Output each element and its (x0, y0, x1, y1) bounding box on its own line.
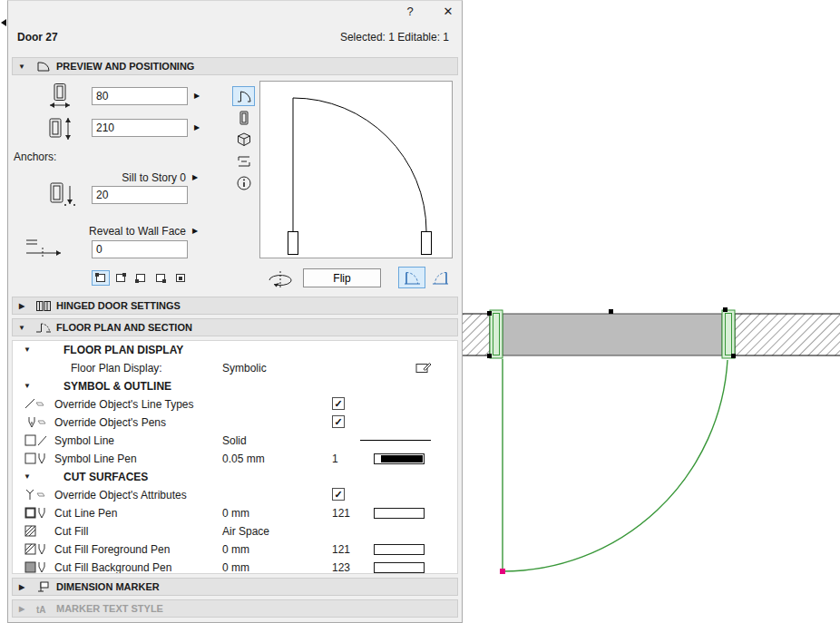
collapse-triangle-icon: ▶ (13, 302, 31, 310)
param-group-cut-surfaces[interactable]: ▼ CUT SURFACES (13, 468, 457, 486)
param-label: Symbol Line (54, 434, 114, 447)
checkbox-checked[interactable]: ✓ (332, 488, 345, 501)
door-swing-preview-drawing (260, 82, 452, 258)
param-row-cut-fill-background-pen: Cut Fill Background Pen 0 mm 123 (13, 559, 457, 574)
display-option-icon[interactable] (415, 361, 432, 374)
anchor-glyph (176, 274, 185, 282)
dimension-marker-icon (31, 580, 56, 593)
cut-fill-foreground-pen-icon (24, 542, 47, 556)
section-header-dimension-marker[interactable]: ▶ DIMENSION MARKER (12, 578, 458, 596)
param-row-override-attributes: Override Object's Attributes ✓ (13, 486, 457, 504)
line-type-icon (24, 397, 47, 411)
param-row-override-line-types: Override Object's Line Types ✓ (13, 395, 457, 414)
anchor-option-bottom-left-button[interactable] (132, 270, 150, 286)
param-label: Cut Line Pen (54, 507, 117, 520)
door-width-input[interactable] (92, 87, 188, 105)
section-header-preview-positioning[interactable]: ▼ PREVIEW AND POSITIONING (12, 57, 458, 75)
param-value[interactable]: 0 mm (222, 507, 249, 520)
preview-mode-section-button[interactable] (232, 151, 255, 171)
mirror-left-button[interactable] (398, 267, 425, 288)
pen-number: 121 (332, 507, 350, 520)
param-row-cut-fill-foreground-pen: Cut Fill Foreground Pen 0 mm 121 (13, 540, 457, 559)
param-label: Cut Fill (54, 525, 88, 538)
section-label-preview-positioning: PREVIEW AND POSITIONING (56, 61, 194, 72)
collapse-triangle-icon: ▶ (13, 605, 31, 613)
param-value[interactable]: 0.05 mm (222, 453, 265, 465)
preview-positioning-icon (31, 61, 56, 73)
param-label: Cut Fill Background Pen (54, 561, 171, 574)
close-button[interactable]: ✕ (438, 3, 458, 19)
door-height-icon (46, 115, 73, 142)
param-row-cut-fill: Cut Fill Air Space (13, 522, 457, 540)
pen-color-swatch[interactable] (374, 544, 425, 555)
collapse-triangle-icon: ▼ (13, 324, 31, 332)
sill-value-input[interactable] (92, 186, 188, 204)
anchor-glyph (96, 274, 105, 282)
help-button[interactable]: ? (400, 3, 420, 19)
door-leaf-and-swing-arc[interactable] (503, 359, 728, 571)
height-flyout-button[interactable]: ▶ (190, 121, 203, 133)
symbol-line-pen-icon (24, 452, 47, 465)
anchors-label: Anchors: (14, 151, 56, 163)
section-header-hinged-door-settings[interactable]: ▶ HINGED DOOR SETTINGS (12, 297, 458, 315)
preview-info-button[interactable] (232, 173, 255, 193)
floor-plan-view-icon (236, 88, 252, 104)
section-header-marker-text-style[interactable]: ▶ tA MARKER TEXT STYLE (12, 599, 458, 618)
floor-plan-drawing (463, 0, 840, 623)
param-value-dropdown[interactable]: Symbolic (222, 362, 267, 375)
elevation-view-icon (236, 110, 252, 126)
group-collapse-icon[interactable]: ▼ (24, 382, 31, 390)
hinged-door-icon (31, 300, 56, 312)
param-value-dropdown[interactable]: Solid (222, 434, 247, 447)
group-collapse-icon[interactable]: ▼ (24, 346, 31, 354)
wall-right-hatched[interactable] (735, 314, 840, 355)
cube-3d-icon (236, 131, 252, 148)
anchor-option-center-button[interactable] (171, 270, 190, 286)
pen-color-swatch[interactable] (374, 508, 425, 519)
anchor-option-top-right-button[interactable] (112, 270, 130, 286)
floor-plan-and-section-icon (31, 322, 56, 334)
anchor-option-top-left-button[interactable] (92, 270, 110, 286)
param-group-symbol-outline[interactable]: ▼ SYMBOL & OUTLINE (13, 377, 457, 395)
door-height-input[interactable] (92, 119, 188, 137)
preview-mode-plan-button[interactable] (232, 86, 255, 106)
anchor-option-bottom-right-button[interactable] (151, 270, 170, 286)
hotspot-magenta-node[interactable] (500, 569, 505, 574)
door-swing-left-icon (402, 270, 422, 286)
preview-mode-elevation-button[interactable] (232, 108, 255, 128)
checkbox-checked[interactable]: ✓ (332, 397, 345, 410)
reveal-anchor-label: Reveal to Wall Face (63, 225, 186, 238)
door-opening-cut[interactable] (503, 314, 722, 355)
param-row-override-pens: Override Object's Pens ✓ (13, 414, 457, 432)
section-header-floor-plan-and-section[interactable]: ▼ FLOOR PLAN AND SECTION (12, 318, 458, 336)
param-label: Override Object's Pens (54, 416, 166, 429)
wall-left-hatched[interactable] (463, 314, 490, 355)
panel-collapse-arrow[interactable] (1, 19, 6, 26)
reveal-flyout-button[interactable]: ▶ (189, 224, 201, 237)
reveal-value-input[interactable] (92, 240, 188, 258)
param-label: Floor Plan Display: (71, 362, 162, 375)
width-flyout-button[interactable]: ▶ (190, 89, 203, 102)
param-row-floor-plan-display: Floor Plan Display: Symbolic (13, 359, 457, 377)
mirror-right-button[interactable] (427, 267, 454, 288)
swing-rotate-icon[interactable] (265, 269, 296, 289)
door-preview-canvas (259, 81, 453, 258)
group-collapse-icon[interactable]: ▼ (24, 472, 31, 481)
door-settings-dialog: ? ✕ Door 27 Selected: 1 Editable: 1 ▼ PR… (7, 0, 463, 623)
sill-anchor-flyout-button[interactable]: ▶ (189, 170, 201, 183)
door-width-icon (46, 83, 73, 110)
param-value-dropdown[interactable]: Air Space (222, 525, 269, 538)
param-value[interactable]: 0 mm (222, 561, 249, 574)
checkbox-checked[interactable]: ✓ (332, 415, 345, 428)
preview-mode-3d-button[interactable] (232, 130, 255, 150)
floor-plan-canvas[interactable] (463, 0, 840, 623)
param-value[interactable]: 0 mm (222, 543, 249, 556)
flip-button[interactable]: Flip (303, 268, 381, 287)
line-type-preview[interactable] (360, 440, 431, 441)
svg-text:tA: tA (36, 605, 46, 615)
sill-anchor-icon (46, 180, 76, 209)
cut-fill-background-pen-icon (24, 560, 47, 574)
pen-color-swatch[interactable] (374, 562, 425, 573)
pen-color-swatch[interactable] (374, 453, 425, 464)
param-group-floor-plan-display[interactable]: ▼ FLOOR PLAN DISPLAY (13, 341, 457, 359)
